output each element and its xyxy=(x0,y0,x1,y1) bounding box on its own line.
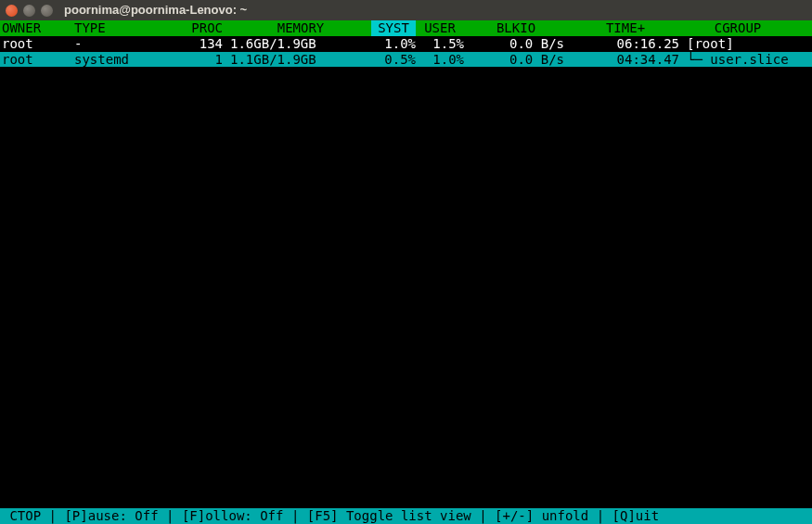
footer-pause[interactable]: [P]ause: Off xyxy=(57,508,166,524)
cell-proc: 134 xyxy=(156,36,230,52)
footer-follow[interactable]: [F]ollow: Off xyxy=(174,508,290,524)
terminal-empty-area xyxy=(0,67,812,508)
footer-bar: CTOP | [P]ause: Off | [F]ollow: Off | [F… xyxy=(0,508,812,524)
col-memory: MEMORY xyxy=(230,20,371,36)
cell-blkio: 0.0 B/s xyxy=(468,36,572,52)
cell-user: 1.5% xyxy=(416,36,468,52)
cell-owner: root xyxy=(0,36,74,52)
maximize-button[interactable] xyxy=(41,5,53,17)
cell-memory: 1.1GB/1.9GB xyxy=(230,52,371,68)
cell-user: 1.0% xyxy=(416,52,468,68)
col-cgroup: CGROUP xyxy=(683,20,812,36)
cell-cgroup: └─ user.slice xyxy=(683,52,812,68)
window-title: poornima@poornima-Lenovo: ~ xyxy=(64,3,247,18)
cell-time: 06:16.25 xyxy=(572,36,683,52)
table-row[interactable]: root - 134 1.6GB/1.9GB 1.0% 1.5% 0.0 B/s… xyxy=(0,36,812,52)
table-header: OWNER TYPE PROC MEMORY SYST USER BLKIO T… xyxy=(0,20,812,36)
window-controls xyxy=(6,5,53,17)
col-type: TYPE xyxy=(74,20,156,36)
cell-proc: 1 xyxy=(156,52,230,68)
footer-toggle[interactable]: [F5] Toggle list view xyxy=(299,508,479,524)
col-syst: SYST xyxy=(371,20,416,36)
cell-time: 04:34.47 xyxy=(572,52,683,68)
cell-cgroup: [root] xyxy=(683,36,812,52)
cell-type: systemd xyxy=(74,52,156,68)
close-button[interactable] xyxy=(6,5,18,17)
col-time: TIME+ xyxy=(572,20,683,36)
col-user: USER xyxy=(416,20,468,36)
minimize-button[interactable] xyxy=(23,5,35,17)
cell-owner: root xyxy=(0,52,74,68)
footer-quit[interactable]: [Q]uit xyxy=(604,508,666,524)
cell-type: - xyxy=(74,36,156,52)
cell-syst: 0.5% xyxy=(371,52,416,68)
footer-app: CTOP xyxy=(2,508,49,524)
titlebar: poornima@poornima-Lenovo: ~ xyxy=(0,0,812,20)
cell-syst: 1.0% xyxy=(371,36,416,52)
col-proc: PROC xyxy=(156,20,230,36)
col-owner: OWNER xyxy=(0,20,74,36)
cell-blkio: 0.0 B/s xyxy=(468,52,572,68)
table-row[interactable]: root systemd 1 1.1GB/1.9GB 0.5% 1.0% 0.0… xyxy=(0,52,812,68)
footer-unfold[interactable]: [+/-] unfold xyxy=(487,508,597,524)
cell-memory: 1.6GB/1.9GB xyxy=(230,36,371,52)
terminal[interactable]: OWNER TYPE PROC MEMORY SYST USER BLKIO T… xyxy=(0,20,812,524)
col-blkio: BLKIO xyxy=(468,20,572,36)
